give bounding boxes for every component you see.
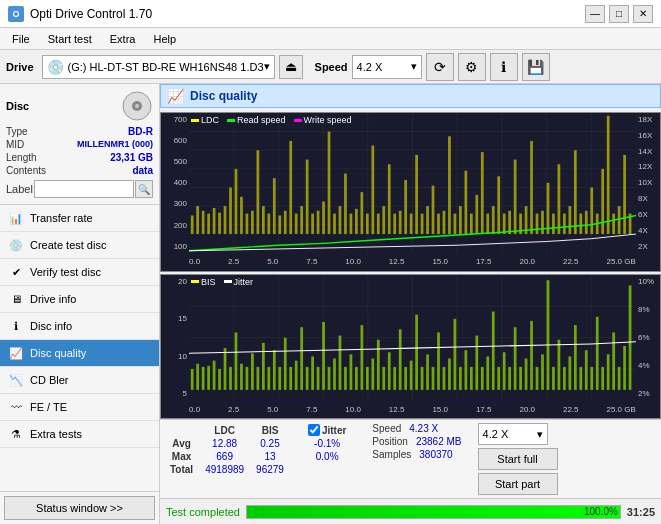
sidebar-item-cd-bler[interactable]: 📉 CD Bler xyxy=(0,367,159,394)
status-window-button[interactable]: Status window >> xyxy=(4,496,155,520)
eject-button[interactable]: ⏏ xyxy=(279,55,303,79)
start-full-button[interactable]: Start full xyxy=(478,448,558,470)
svg-rect-168 xyxy=(503,352,506,390)
sidebar-item-disc-quality[interactable]: 📈 Disc quality xyxy=(0,340,159,367)
drive-selector[interactable]: 💿 (G:) HL-DT-ST BD-RE WH16NS48 1.D3 ▾ xyxy=(42,55,275,79)
menu-help[interactable]: Help xyxy=(145,31,184,47)
label-input[interactable] xyxy=(34,180,134,198)
speed-selector[interactable]: 4.2 X ▾ xyxy=(352,55,422,79)
maximize-button[interactable]: □ xyxy=(609,5,629,23)
sidebar-item-fe-te[interactable]: 〰 FE / TE xyxy=(0,394,159,421)
svg-rect-179 xyxy=(563,367,566,390)
svg-rect-131 xyxy=(300,327,303,390)
svg-rect-32 xyxy=(267,214,270,234)
nav-label-extra-tests: Extra tests xyxy=(30,428,82,440)
svg-rect-80 xyxy=(530,141,533,234)
length-label: Length xyxy=(6,152,37,163)
svg-rect-36 xyxy=(289,141,292,234)
progress-status-label: Test completed xyxy=(166,506,240,518)
sidebar-item-transfer-rate[interactable]: 📊 Transfer rate xyxy=(0,205,159,232)
sidebar-item-verify-test-disc[interactable]: ✔ Verify test disc xyxy=(0,259,159,286)
disc-title: Disc xyxy=(6,100,29,112)
svg-rect-24 xyxy=(224,206,227,234)
svg-rect-180 xyxy=(568,356,571,389)
svg-rect-56 xyxy=(399,211,402,234)
menu-extra[interactable]: Extra xyxy=(102,31,144,47)
samples-label: Samples xyxy=(372,449,411,460)
settings-button[interactable]: ⚙ xyxy=(458,53,486,81)
speed-stat-label: Speed xyxy=(372,423,401,434)
minimize-button[interactable]: — xyxy=(585,5,605,23)
close-button[interactable]: ✕ xyxy=(633,5,653,23)
svg-rect-58 xyxy=(410,214,413,234)
svg-rect-61 xyxy=(426,206,429,234)
sidebar-item-drive-info[interactable]: 🖥 Drive info xyxy=(0,286,159,313)
svg-rect-74 xyxy=(497,176,500,234)
svg-rect-76 xyxy=(508,211,511,234)
svg-rect-182 xyxy=(579,367,582,390)
svg-rect-178 xyxy=(558,339,561,389)
svg-rect-191 xyxy=(629,285,632,389)
disc-quality-header-icon: 📈 xyxy=(167,88,184,104)
sidebar-item-disc-info[interactable]: ℹ Disc info xyxy=(0,313,159,340)
svg-rect-128 xyxy=(284,337,287,389)
svg-rect-146 xyxy=(382,367,385,390)
label-search-button[interactable]: 🔍 xyxy=(135,180,153,198)
nav-label-cd-bler: CD Bler xyxy=(30,374,69,386)
svg-rect-97 xyxy=(623,155,626,234)
svg-rect-164 xyxy=(481,367,484,390)
menu-start-test[interactable]: Start test xyxy=(40,31,100,47)
svg-rect-29 xyxy=(251,211,254,234)
svg-rect-161 xyxy=(464,350,467,390)
progress-percent: 100.0% xyxy=(584,506,618,518)
info-button[interactable]: ℹ xyxy=(490,53,518,81)
nav-label-drive-info: Drive info xyxy=(30,293,76,305)
svg-rect-21 xyxy=(207,214,210,234)
svg-rect-118 xyxy=(229,367,232,390)
sidebar-item-extra-tests[interactable]: ⚗ Extra tests xyxy=(0,421,159,448)
svg-rect-145 xyxy=(377,339,380,389)
sidebar-item-create-test-disc[interactable]: 💿 Create test disc xyxy=(0,232,159,259)
svg-rect-166 xyxy=(492,311,495,389)
svg-rect-148 xyxy=(393,367,396,390)
svg-rect-85 xyxy=(558,164,561,234)
svg-rect-113 xyxy=(202,367,205,390)
svg-rect-91 xyxy=(590,187,593,234)
charts-area: 700 600 500 400 300 200 100 18X 16X 14X … xyxy=(160,112,661,419)
svg-rect-88 xyxy=(574,150,577,234)
transfer-rate-icon: 📊 xyxy=(8,210,24,226)
svg-rect-123 xyxy=(257,367,260,390)
mid-label: MID xyxy=(6,139,24,150)
svg-rect-66 xyxy=(454,214,457,234)
svg-rect-173 xyxy=(530,321,533,390)
bis-header: BIS xyxy=(250,423,290,437)
content-area: 📈 Disc quality 700 600 500 400 300 200 1… xyxy=(160,84,661,524)
svg-rect-163 xyxy=(475,335,478,389)
chart1-y-axis-right: 18X 16X 14X 12X 10X 8X 6X 4X 2X xyxy=(636,113,660,253)
svg-rect-60 xyxy=(421,214,424,234)
stats-speed-selector[interactable]: 4.2 X ▾ xyxy=(478,423,548,445)
nav-label-disc-info: Disc info xyxy=(30,320,72,332)
save-button[interactable]: 💾 xyxy=(522,53,550,81)
svg-rect-183 xyxy=(585,350,588,390)
total-ldc: 4918989 xyxy=(199,463,250,476)
jitter-checkbox[interactable] xyxy=(308,424,320,436)
svg-rect-73 xyxy=(492,206,495,234)
svg-rect-83 xyxy=(547,183,550,234)
svg-rect-155 xyxy=(432,367,435,390)
avg-label: Avg xyxy=(164,437,199,450)
svg-rect-112 xyxy=(196,363,199,389)
svg-rect-46 xyxy=(344,174,347,235)
svg-rect-174 xyxy=(536,367,539,390)
fe-te-icon: 〰 xyxy=(8,399,24,415)
menu-file[interactable]: File xyxy=(4,31,38,47)
svg-rect-57 xyxy=(404,180,407,234)
svg-rect-181 xyxy=(574,325,577,390)
svg-rect-158 xyxy=(448,358,451,389)
svg-rect-132 xyxy=(306,367,309,390)
refresh-button[interactable]: ⟳ xyxy=(426,53,454,81)
start-part-button[interactable]: Start part xyxy=(478,473,558,495)
drive-value: (G:) HL-DT-ST BD-RE WH16NS48 1.D3 xyxy=(68,61,264,73)
speed-stat-value: 4.23 X xyxy=(409,423,438,434)
svg-rect-156 xyxy=(437,332,440,389)
